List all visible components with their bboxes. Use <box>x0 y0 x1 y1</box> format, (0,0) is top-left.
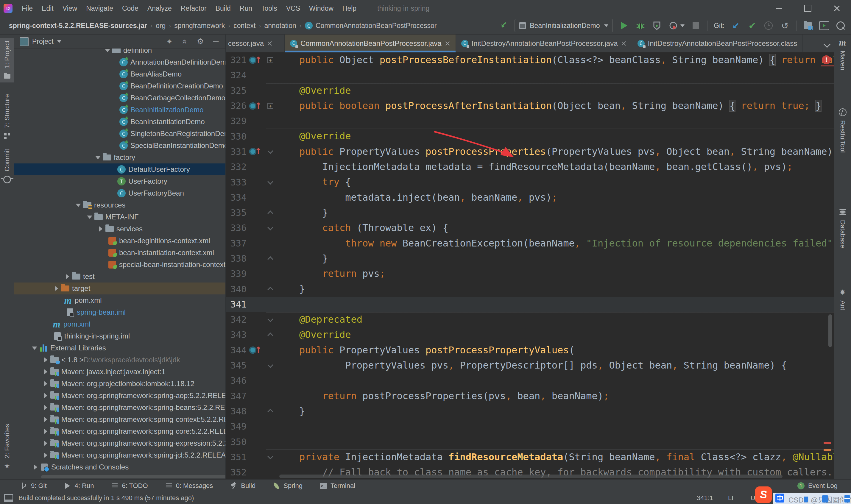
tree-row[interactable]: Maven: org.springframework:spring-jcl:5.… <box>14 449 225 461</box>
chevron-right-icon[interactable] <box>32 464 39 470</box>
tree-row[interactable]: test <box>14 271 225 283</box>
tree-row[interactable]: CBeanInitializationDemo <box>14 104 225 116</box>
fold-marker[interactable] <box>265 410 276 413</box>
tree-row[interactable]: services <box>14 223 225 235</box>
tool-stripe-restfultool[interactable]: RestfulTool <box>834 106 851 155</box>
profiler-button[interactable] <box>668 20 678 31</box>
fold-marker[interactable] <box>265 181 276 184</box>
tool-stripe-7-structure[interactable]: 7: Structure <box>0 92 14 142</box>
project-tree-hscrollbar[interactable] <box>41 475 226 479</box>
warning-stripe-mark[interactable] <box>823 442 831 444</box>
fold-marker[interactable] <box>265 455 276 458</box>
tool-window-button-0-messages[interactable]: 0: Messages <box>165 482 213 490</box>
status-message[interactable]: Build completed successfully in 1 s 490 … <box>18 494 194 502</box>
tool-stripe-database[interactable]: Database <box>834 206 851 250</box>
tree-row[interactable]: CSingletonBeanRegistrationDemo <box>14 128 225 140</box>
menu-tools[interactable]: Tools <box>257 4 282 13</box>
override-gutter-icon[interactable]: ↑ <box>247 57 265 64</box>
project-panel-title[interactable]: Project <box>32 37 54 46</box>
project-structure-button[interactable] <box>803 20 813 31</box>
tree-row[interactable]: IUserFactory <box>14 175 225 187</box>
tree-row[interactable]: Maven: org.springframework:spring-core:5… <box>14 426 225 437</box>
tree-row[interactable]: Maven: org.springframework:spring-expres… <box>14 437 225 449</box>
caret-position[interactable]: 341:1 <box>697 494 713 502</box>
fold-marker[interactable] <box>265 227 276 230</box>
gear-icon[interactable]: ⚙ <box>196 37 204 46</box>
chevron-down-icon[interactable] <box>57 40 61 43</box>
tree-row[interactable]: bean-deginitions-context.xml <box>14 235 225 247</box>
tool-window-button-6-todo[interactable]: 6: TODO <box>111 482 148 490</box>
search-everywhere-button[interactable] <box>835 20 846 31</box>
tree-row[interactable]: Scratches and Consoles <box>14 461 225 473</box>
event-log-button[interactable]: 1 Event Log <box>797 482 838 490</box>
tree-row[interactable]: META-INF <box>14 211 225 223</box>
toggle-panels-icon[interactable] <box>4 494 13 502</box>
git-history-button[interactable] <box>763 20 774 31</box>
override-gutter-icon[interactable]: ↑ <box>247 148 265 155</box>
tree-row[interactable]: CAnnotationBeanDefinitionDemo <box>14 56 225 68</box>
override-gutter-icon[interactable]: ↑ <box>247 346 265 354</box>
stop-button[interactable] <box>691 20 701 31</box>
editor-vscrollbar[interactable] <box>828 314 832 347</box>
breadcrumb-item[interactable]: spring-context-5.2.2.RELEASE-sources.jar <box>9 22 147 30</box>
chevron-down-icon[interactable] <box>86 216 93 219</box>
chevron-right-icon[interactable] <box>42 429 50 434</box>
tree-row[interactable]: spring-bean.iml <box>14 306 225 318</box>
chevron-right-icon[interactable] <box>42 369 50 375</box>
chevron-right-icon[interactable] <box>42 417 50 422</box>
tool-stripe-ant[interactable]: ✸Ant <box>834 286 851 312</box>
coverage-button[interactable] <box>652 20 662 31</box>
git-update-button[interactable]: ↙ <box>731 20 741 31</box>
tree-row[interactable]: < 1.8 > D:\worksprace\devtools\jdk\jdk <box>14 354 225 366</box>
editor-tab[interactable]: CInitDestroyAnnotationBeanPostProcessor.… <box>632 35 803 52</box>
tool-window-button-spring[interactable]: Spring <box>273 482 303 490</box>
tree-row[interactable]: Maven: org.springframework:spring-beans:… <box>14 401 225 414</box>
locate-file-icon[interactable]: ⌖ <box>165 37 174 46</box>
tree-row[interactable]: CBeanDefinitionCreationDemo <box>14 80 225 92</box>
fold-marker[interactable] <box>265 318 276 321</box>
tree-row[interactable]: Maven: org.springframework:spring-contex… <box>14 414 225 426</box>
tool-window-button-build[interactable]: Build <box>230 482 255 490</box>
chevron-down-icon[interactable] <box>104 49 111 52</box>
editor-tab[interactable]: CInitDestroyAnnotationBeanPostProcessor.… <box>456 35 632 52</box>
fold-marker[interactable]: + <box>265 57 276 63</box>
breadcrumb-item[interactable]: CommonAnnotationBeanPostProcessor <box>315 22 437 30</box>
hide-panel-icon[interactable]: ─ <box>212 37 220 46</box>
tree-row[interactable]: CBeanInstantiationDemo <box>14 116 225 128</box>
chevron-right-icon[interactable] <box>42 381 50 386</box>
menu-run[interactable]: Run <box>235 4 257 13</box>
chevron-right-icon[interactable] <box>42 405 50 410</box>
menu-view[interactable]: View <box>58 4 82 13</box>
menu-build[interactable]: Build <box>211 4 235 13</box>
tool-window-button-terminal[interactable]: >_Terminal <box>320 482 355 490</box>
editor-tab[interactable]: cessor.java <box>226 35 285 52</box>
fold-marker[interactable] <box>265 364 276 367</box>
tree-row[interactable]: definition <box>14 49 225 56</box>
tool-stripe-maven[interactable]: mMaven <box>834 36 851 73</box>
code-editor[interactable]: 321↑+ public Object postProcessBeforeIns… <box>226 52 834 479</box>
tab-close-icon[interactable] <box>621 41 627 46</box>
menu-code[interactable]: Code <box>117 4 143 13</box>
fold-marker[interactable]: + <box>265 103 276 109</box>
tool-window-button-4-run[interactable]: 4: Run <box>64 482 94 490</box>
tool-stripe-commit[interactable]: Commit <box>0 146 14 186</box>
back-arrow-icon[interactable] <box>498 20 508 31</box>
tree-row[interactable]: CDefaultUserFactory <box>14 163 225 175</box>
tree-row[interactable]: target <box>14 283 225 294</box>
run-anything-button[interactable] <box>819 20 829 31</box>
tree-row[interactable]: Maven: org.projectlombok:lombok:1.18.12 <box>14 378 225 390</box>
run-configuration-select[interactable]: BeanInitializationDemo <box>514 19 613 32</box>
tree-row[interactable]: CSpecialBeanInstantiationDemo <box>14 140 225 151</box>
close-button[interactable] <box>822 0 851 17</box>
run-button[interactable] <box>619 20 629 31</box>
breadcrumb-item[interactable]: springframework <box>174 22 225 30</box>
menu-help[interactable]: Help <box>338 4 361 13</box>
fold-marker[interactable] <box>265 288 276 291</box>
tree-row[interactable]: resources <box>14 199 225 211</box>
tab-close-icon[interactable] <box>267 41 272 46</box>
override-gutter-icon[interactable]: ↑ <box>247 103 265 110</box>
menu-analyze[interactable]: Analyze <box>143 4 176 13</box>
tab-close-icon[interactable] <box>445 41 450 46</box>
breadcrumb-item[interactable]: annotation <box>264 22 296 30</box>
chevron-right-icon[interactable] <box>64 274 71 279</box>
